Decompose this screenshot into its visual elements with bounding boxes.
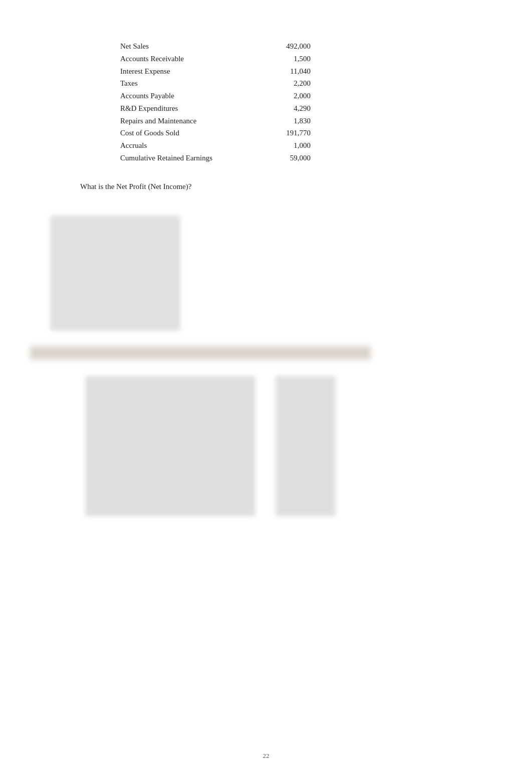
table-row: R&D Expenditures4,290: [120, 102, 311, 115]
row-label: Interest Expense: [120, 65, 271, 78]
row-label: Accounts Payable: [120, 90, 271, 102]
table-row: Net Sales492,000: [120, 40, 311, 53]
table-row: Accounts Payable2,000: [120, 90, 311, 102]
row-label: R&D Expenditures: [120, 102, 271, 115]
question-label: What is the Net Profit (Net Income)?: [80, 182, 191, 190]
row-value: 11,040: [271, 65, 311, 78]
row-value: 1,500: [271, 53, 311, 65]
row-label: Accruals: [120, 139, 271, 152]
table-row: Taxes2,200: [120, 77, 311, 90]
row-label: Accounts Receivable: [120, 53, 271, 65]
question-text: What is the Net Profit (Net Income)?: [80, 182, 492, 191]
table-row: Repairs and Maintenance1,830: [120, 115, 311, 127]
table-row: Accounts Receivable1,500: [120, 53, 311, 65]
table-row: Cumulative Retained Earnings59,000: [120, 152, 311, 164]
row-label: Cost of Goods Sold: [120, 127, 271, 139]
row-value: 2,000: [271, 90, 311, 102]
row-value: 59,000: [271, 152, 311, 164]
row-label: Taxes: [120, 77, 271, 90]
row-label: Repairs and Maintenance: [120, 115, 271, 127]
row-value: 191,770: [271, 127, 311, 139]
row-label: Net Sales: [120, 40, 271, 53]
row-value: 1,000: [271, 139, 311, 152]
row-value: 1,830: [271, 115, 311, 127]
financial-table: Net Sales492,000Accounts Receivable1,500…: [120, 40, 492, 164]
blurred-answer-section-1: [50, 216, 180, 331]
blurred-answer-section-2: [85, 376, 255, 516]
row-label: Cumulative Retained Earnings: [120, 152, 271, 164]
page-number: 22: [263, 752, 270, 760]
row-value: 492,000: [271, 40, 311, 53]
blurred-answer-section-2-right: [276, 376, 336, 516]
row-value: 2,200: [271, 77, 311, 90]
table-row: Interest Expense11,040: [120, 65, 311, 78]
table-row: Cost of Goods Sold191,770: [120, 127, 311, 139]
row-value: 4,290: [271, 102, 311, 115]
blurred-bar: [30, 346, 371, 360]
table-row: Accruals1,000: [120, 139, 311, 152]
